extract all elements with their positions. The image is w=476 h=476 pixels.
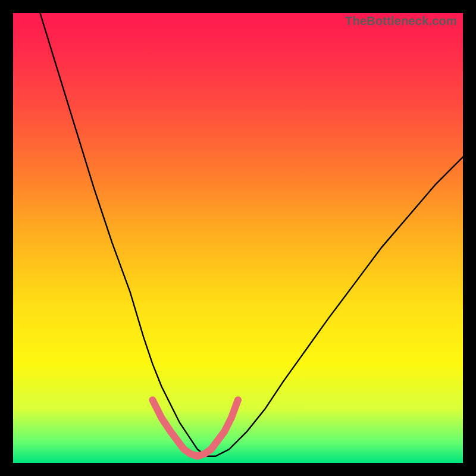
black-curve-path [40, 13, 463, 456]
curve-layer [13, 13, 463, 463]
chart-frame: TheBottleneck.com [0, 0, 476, 476]
pink-arc-path [152, 400, 238, 456]
plot-area: TheBottleneck.com [13, 13, 463, 463]
